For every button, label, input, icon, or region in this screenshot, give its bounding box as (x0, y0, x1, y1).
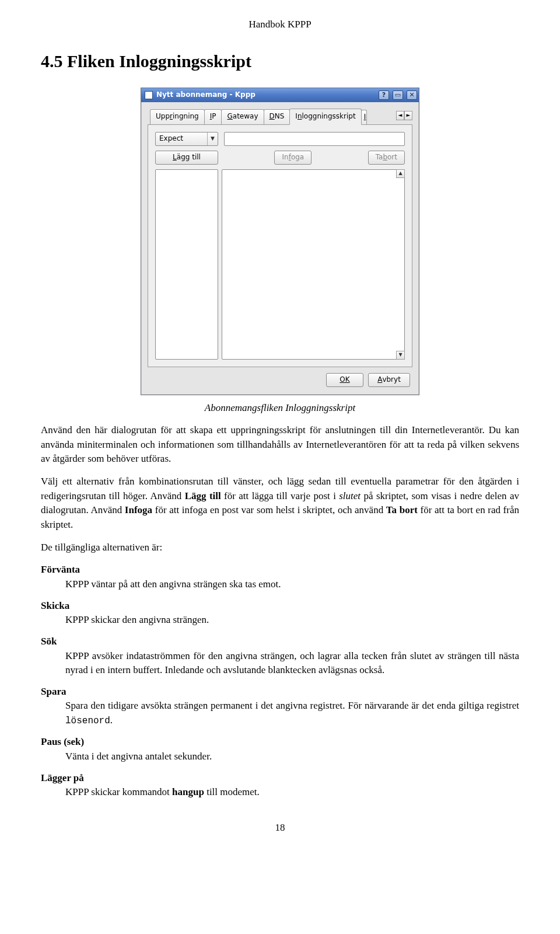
term-spara: Spara (41, 685, 519, 699)
def-forvana: KPPP väntar på att den angivna strängen … (65, 577, 519, 592)
add-button[interactable]: Lägg till (155, 151, 218, 165)
tab-overflow[interactable]: I (361, 110, 367, 124)
tab-gateway[interactable]: Gateway (221, 109, 264, 124)
ok-button[interactable]: OK (326, 373, 363, 387)
titlebar: Nytt abonnemang - Kppp ? ▭ ✕ (141, 88, 419, 102)
term-lagger: Lägger på (41, 771, 519, 786)
kppp-dialog: Nytt abonnemang - Kppp ? ▭ ✕ Uppringning… (141, 88, 419, 395)
page-number: 18 (41, 821, 519, 835)
tab-scroll-left-icon[interactable]: ◄ (396, 111, 404, 120)
app-icon (145, 91, 153, 99)
def-paus: Vänta i det angivna antalet sekunder. (65, 750, 519, 764)
section-heading: 4.5 Fliken Inloggningsskript (41, 48, 519, 74)
tab-uppringning[interactable]: Uppringning (150, 109, 205, 124)
paragraph-usage: Välj ett alternativ från kombinationsrut… (41, 475, 519, 532)
tab-inloggningsskript[interactable]: Inloggningsskript (289, 109, 361, 124)
term-skicka: Skicka (41, 599, 519, 614)
tab-dns[interactable]: DNS (264, 109, 290, 124)
paragraph-intro: Använd den här dialogrutan för att skapa… (41, 423, 519, 466)
term-sok: Sök (41, 635, 519, 649)
scroll-up-icon[interactable]: ▲ (396, 169, 405, 178)
tab-scroll-right-icon[interactable]: ► (404, 111, 412, 120)
insert-button[interactable]: Infoga (274, 151, 312, 165)
tabstrip: Uppringning IP Gateway DNS Inloggningssk… (148, 108, 412, 124)
cancel-button[interactable]: Avbryt (368, 373, 410, 387)
combo-value: Expect (159, 134, 183, 144)
help-icon[interactable]: ? (379, 90, 389, 100)
remove-button[interactable]: Ta bort (368, 151, 405, 165)
figure: Nytt abonnemang - Kppp ? ▭ ✕ Uppringning… (41, 88, 519, 395)
figure-caption: Abonnemangsfliken Inloggningsskript (41, 401, 519, 416)
scroll-down-icon[interactable]: ▼ (396, 351, 405, 360)
param-input[interactable] (224, 132, 405, 146)
tab-scroller: ◄ ► (396, 111, 412, 121)
paragraph-options-intro: De tillgängliga alternativen är: (41, 541, 519, 555)
tab-ip[interactable]: IP (204, 109, 222, 124)
close-icon[interactable]: ✕ (407, 90, 417, 100)
def-spara: Spara den tidigare avsökta strängen perm… (65, 699, 519, 728)
window-title: Nytt abonnemang - Kppp (156, 90, 375, 100)
dialog-body: Uppringning IP Gateway DNS Inloggningssk… (141, 102, 419, 394)
chevron-down-icon: ▼ (207, 133, 218, 145)
action-combo[interactable]: Expect ▼ (155, 132, 218, 146)
script-indices-list[interactable] (155, 169, 218, 360)
minimize-icon[interactable]: ▭ (393, 90, 403, 100)
term-paus: Paus (sek) (41, 735, 519, 750)
def-lagger: KPPP skickar kommandot hangup till modem… (65, 785, 519, 800)
def-sok: KPPP avsöker indataströmmen för den angi… (65, 649, 519, 678)
def-skicka: KPPP skickar den angivna strängen. (65, 613, 519, 628)
script-entries-list[interactable]: ▲ ▼ (222, 169, 405, 360)
page-header: Handbok KPPP (41, 18, 519, 32)
term-forvana: Förvänta (41, 563, 519, 577)
tabpanel: Expect ▼ Lägg till Infoga Ta bort ▲ ▼ (148, 125, 412, 367)
